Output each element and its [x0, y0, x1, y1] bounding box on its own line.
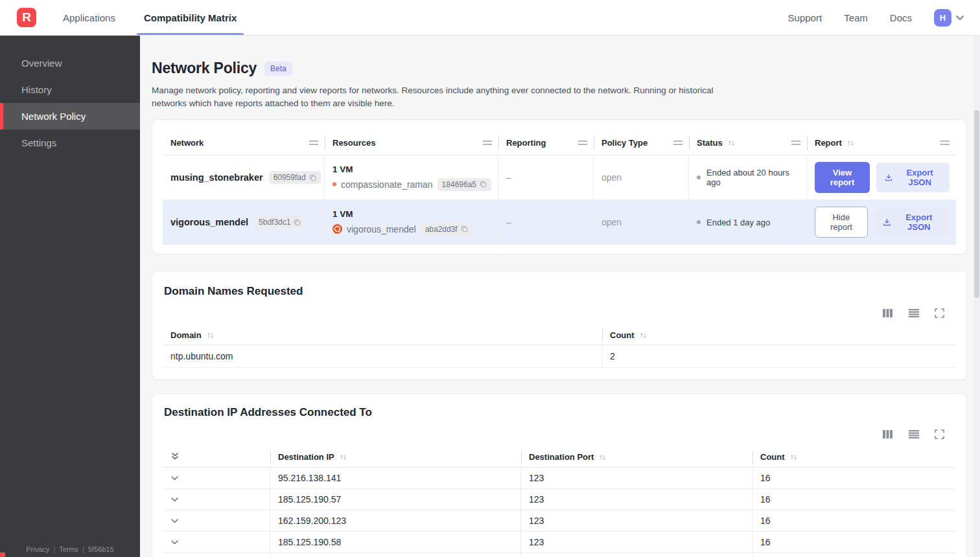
policy-type-value: open	[601, 172, 682, 183]
column-header-status[interactable]: Status	[689, 131, 807, 155]
sort-icon[interactable]	[639, 332, 648, 339]
sort-icon[interactable]	[598, 453, 607, 461]
column-header-destination-port[interactable]: Destination Port	[521, 447, 752, 467]
network-row[interactable]: musing_stonebraker 60959fad 1 VM compass…	[163, 155, 956, 200]
reporting-value: –	[506, 172, 587, 183]
vm-id-badge[interactable]: aba2dd3f	[421, 223, 472, 236]
destination-ip-value: 162.159.200.123	[270, 510, 521, 531]
resources-count: 1 VM	[332, 209, 491, 219]
ubuntu-icon	[332, 179, 336, 189]
top-navbar: R Applications Compatibility Matrix Supp…	[0, 0, 980, 36]
destination-port-value: 123	[521, 510, 752, 531]
drag-handle-icon[interactable]	[940, 141, 950, 145]
rows-icon[interactable]	[908, 308, 920, 318]
sort-icon[interactable]	[789, 453, 798, 461]
destination-row[interactable]: 185.125.190.57 123 16	[163, 489, 956, 510]
sidebar-footer: Privacy|Terms|5f56b15	[0, 545, 140, 553]
column-header-destination-ip[interactable]: Destination IP	[270, 447, 521, 467]
destination-ip-value: 185.125.190.57	[270, 489, 521, 510]
sort-icon[interactable]	[339, 453, 347, 461]
vm-id-badge[interactable]: 184696a5	[438, 178, 491, 191]
chevron-down-icon[interactable]	[170, 473, 179, 483]
drag-handle-icon[interactable]	[309, 141, 318, 145]
chevron-down-icon[interactable]	[170, 516, 179, 526]
column-header-report[interactable]: Report	[807, 131, 956, 155]
columns-icon[interactable]	[882, 308, 893, 318]
app-logo[interactable]: R	[17, 8, 36, 27]
export-json-button[interactable]: Export JSON	[874, 207, 950, 237]
nav-tab-compatibility-matrix[interactable]: Compatibility Matrix	[137, 0, 244, 35]
domain-row[interactable]: ntp.ubuntu.com 2	[163, 345, 956, 368]
avatar[interactable]: H	[934, 9, 951, 27]
copy-icon	[309, 174, 316, 181]
domain-value: ntp.ubuntu.com	[163, 345, 602, 367]
status-text: Ended 1 day ago	[706, 218, 770, 227]
view-report-button[interactable]: View report	[815, 162, 870, 193]
column-header-network[interactable]: Network	[163, 131, 325, 155]
export-json-button[interactable]: Export JSON	[876, 163, 950, 192]
column-header-count[interactable]: Count	[752, 447, 956, 467]
columns-icon[interactable]	[882, 429, 893, 439]
drag-handle-icon[interactable]	[483, 141, 492, 145]
destination-row[interactable]: 162.159.200.123 123 16	[163, 510, 956, 532]
privacy-link[interactable]: Privacy	[26, 545, 49, 553]
sort-icon[interactable]	[727, 139, 736, 147]
hide-report-button[interactable]: Hide report	[815, 207, 868, 238]
ubuntu-icon	[332, 224, 342, 234]
column-header-count[interactable]: Count	[602, 326, 956, 345]
column-header-domain[interactable]: Domain	[163, 326, 602, 345]
expand-icon[interactable]	[935, 429, 944, 439]
column-header-policy-type[interactable]: Policy Type	[594, 131, 689, 155]
page-scrollbar[interactable]	[974, 36, 980, 557]
drag-handle-icon[interactable]	[578, 141, 587, 145]
destination-row[interactable]: 95.216.100.21 123 16	[163, 553, 956, 557]
network-id-badge[interactable]: 5bdf3dc1	[254, 216, 305, 229]
count-value: 16	[752, 489, 956, 510]
user-menu[interactable]: H	[934, 9, 964, 27]
column-header-resources[interactable]: Resources	[325, 131, 498, 155]
sidebar-item-history[interactable]: History	[0, 76, 140, 103]
cut-off-red-element	[0, 552, 5, 557]
expand-all-icon[interactable]	[170, 451, 180, 463]
nav-link-team[interactable]: Team	[844, 12, 868, 23]
sort-icon[interactable]	[206, 332, 215, 339]
expand-icon[interactable]	[935, 308, 944, 318]
drag-handle-icon[interactable]	[673, 141, 682, 145]
chevron-down-icon	[955, 12, 964, 23]
count-value: 16	[752, 532, 956, 552]
copy-icon	[480, 181, 487, 188]
terms-link[interactable]: Terms	[59, 545, 78, 553]
main-content: Network Policy Beta Manage network polic…	[140, 36, 980, 557]
sidebar-item-settings[interactable]: Settings	[0, 130, 140, 156]
sidebar-item-overview[interactable]: Overview	[0, 50, 140, 76]
status-dot	[697, 176, 701, 179]
network-id-badge[interactable]: 60959fad	[269, 171, 321, 184]
destination-ip-value: 185.125.190.58	[270, 532, 521, 552]
column-header-reporting[interactable]: Reporting	[498, 131, 594, 155]
scrollbar-thumb[interactable]	[974, 110, 979, 298]
destinations-toolbar	[163, 429, 956, 439]
status-text: Ended about 20 hours ago	[706, 168, 800, 187]
chevron-down-icon[interactable]	[170, 494, 179, 505]
destination-ip-value: 95.216.138.141	[270, 468, 521, 488]
destinations-table: Destination IP Destination Port Count	[163, 447, 956, 557]
nav-link-support[interactable]: Support	[788, 12, 822, 23]
copy-icon	[294, 219, 301, 226]
sort-icon[interactable]	[846, 139, 855, 147]
download-icon	[885, 173, 892, 182]
destinations-card: Destination IP Addresses Connected To	[152, 393, 967, 557]
page-description: Manage network policy, reporting and vie…	[152, 84, 722, 110]
rows-icon[interactable]	[908, 429, 920, 439]
sidebar-item-network-policy[interactable]: Network Policy	[0, 103, 140, 130]
primary-nav: Applications Compatibility Matrix	[56, 0, 258, 35]
nav-link-docs[interactable]: Docs	[890, 12, 912, 23]
nav-tab-applications[interactable]: Applications	[56, 0, 122, 35]
destination-row[interactable]: 185.125.190.58 123 16	[163, 532, 956, 553]
destination-port-value: 123	[521, 553, 752, 557]
network-row[interactable]: vigorous_mendel 5bdf3dc1 1 VM vigorous_m…	[163, 200, 956, 245]
chevron-down-icon[interactable]	[170, 537, 179, 547]
expand-all-header[interactable]	[163, 447, 270, 467]
page-title: Network Policy	[152, 60, 257, 77]
drag-handle-icon[interactable]	[791, 141, 800, 145]
destination-row[interactable]: 95.216.138.141 123 16	[163, 468, 956, 489]
